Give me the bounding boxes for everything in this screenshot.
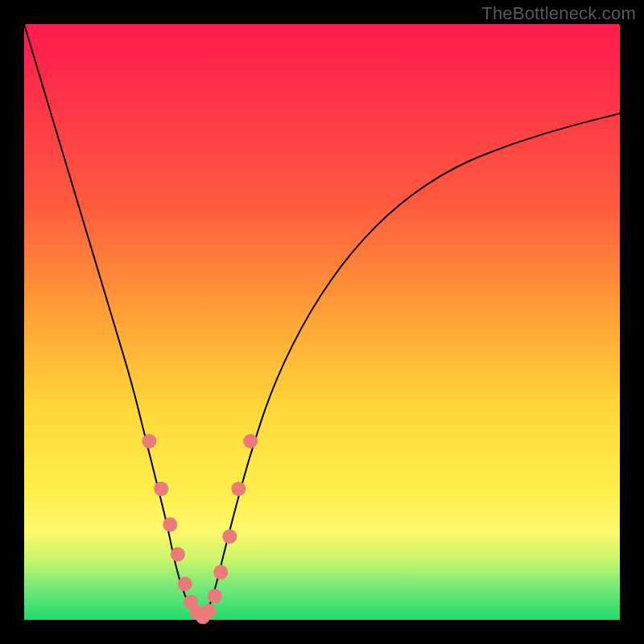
plot-area — [24, 24, 620, 620]
curve-right-arm — [203, 114, 620, 620]
bead-point — [222, 529, 237, 543]
bead-point — [243, 434, 258, 448]
bead-point — [171, 547, 185, 562]
curve-layer — [24, 24, 620, 620]
beads-group — [142, 434, 258, 624]
bead-point — [201, 604, 216, 618]
curve-left-arm — [24, 24, 203, 620]
bead-point — [178, 577, 192, 592]
bead-point — [231, 481, 246, 496]
bead-point — [154, 481, 168, 496]
watermark-text: TheBottleneck.com — [481, 3, 636, 24]
outer-frame: TheBottleneck.com — [0, 0, 644, 644]
bead-point — [163, 518, 177, 532]
bead-point — [208, 588, 222, 603]
bead-point — [213, 565, 228, 580]
bead-point — [142, 434, 156, 448]
